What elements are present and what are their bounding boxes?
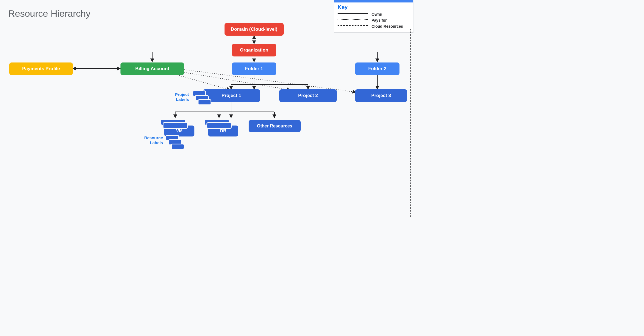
node-billing-account: Billing Account (120, 62, 184, 75)
node-project-2: Project 2 (279, 89, 337, 102)
node-payments-profile: Payments Profile (9, 62, 73, 75)
node-organization: Organization (232, 44, 276, 56)
legend-heading: Key (334, 2, 413, 12)
node-other-resources: Other Resources (249, 120, 301, 132)
legend-label: Owns (372, 12, 410, 16)
chip-vm-stack (163, 122, 188, 129)
node-folder-1: Folder 1 (232, 62, 276, 75)
legend-row-owns: Owns (334, 12, 413, 18)
chip-db-stack (206, 122, 232, 129)
page-title: Resource Hierarchy (8, 8, 90, 19)
legend-swatch-dashed (338, 25, 368, 29)
legend-row-paysfor: Pays for (334, 18, 413, 24)
chip-resource-label (171, 144, 185, 150)
legend-swatch-solid (338, 13, 368, 17)
text-project-labels: Project Labels (170, 92, 189, 102)
legend-swatch-dotted (338, 19, 368, 23)
chip-project-label (198, 99, 211, 105)
legend-label: Cloud Resources (372, 24, 410, 29)
node-folder-2: Folder 2 (355, 62, 399, 75)
text-resource-labels: Resource Labels (138, 135, 163, 145)
legend-label: Pays for (372, 18, 410, 22)
node-project-3: Project 3 (355, 89, 407, 102)
legend-accent-bar (334, 0, 413, 2)
node-domain: Domain (Cloud-level) (225, 23, 284, 36)
legend: Key Owns Pays for Cloud Resources (334, 0, 413, 33)
